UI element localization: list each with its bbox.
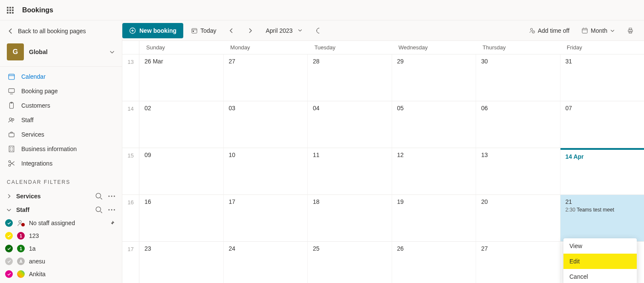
day-cell[interactable]: 03 [224,101,308,148]
add-time-off-button[interactable]: Add time off [524,23,574,38]
day-cell[interactable]: 29 [392,54,477,101]
today-button[interactable]: Today [187,23,220,38]
pin-icon[interactable] [109,220,115,226]
staff-item-123[interactable]: 1 123 [0,229,122,242]
nav-staff[interactable]: Staff [0,113,122,127]
day-cell[interactable]: 27 [224,54,308,101]
day-cell[interactable]: 27 [476,242,560,283]
day-head: Wednesday [392,41,476,54]
day-date: 18 [313,198,387,205]
back-link[interactable]: Back to all booking pages [0,25,122,37]
day-cell[interactable]: 25 [308,242,392,283]
staff-item-1a[interactable]: 1 1a [0,242,122,255]
nav-integrations[interactable]: Integrations [0,156,122,171]
context-menu-view[interactable]: View [563,238,637,254]
nav-booking-page[interactable]: Booking page [0,84,122,98]
top-bar: Bookings [0,0,644,20]
filter-services[interactable]: Services [0,189,122,203]
more-icon[interactable] [107,206,116,214]
day-date: 02 [144,105,218,111]
nav-business-info[interactable]: Business information [0,142,122,156]
scissors-icon [8,160,15,167]
calendar-event[interactable]: 2:30 Teams test meet [566,207,639,213]
toolbar: New booking Today April 2023 Ad [122,20,644,41]
svg-point-9 [9,164,11,166]
day-cell[interactable]: 23 [139,242,224,283]
next-button[interactable] [243,23,258,38]
print-button[interactable] [623,23,638,38]
waffle-icon[interactable] [7,7,14,14]
svg-point-23 [530,28,532,30]
staff-item-no-staff[interactable]: No staff assigned [0,217,122,229]
status-dot [5,232,13,240]
day-date: 23 [144,245,218,252]
nav-label: Calendar [21,73,46,80]
day-cell[interactable]: 18 [308,195,392,241]
staff-name: Ankita [29,271,46,277]
briefcase-icon [8,131,15,138]
add-time-off-label: Add time off [538,27,569,34]
new-booking-button[interactable]: New booking [122,23,183,38]
day-cell[interactable]: 30 [476,54,560,101]
day-cell[interactable]: 17 [224,195,308,241]
day-head: Thursday [476,41,560,54]
nav-services[interactable]: Services [0,127,122,142]
prev-button[interactable] [224,23,239,38]
nav-customers[interactable]: Customers [0,98,122,113]
day-cell[interactable]: 09 [139,148,224,194]
person-off-icon [528,27,535,34]
day-cell[interactable]: 28 [308,54,392,101]
day-cell[interactable]: 02 [139,101,224,148]
view-picker[interactable]: Month [577,23,619,38]
staff-item-anesu[interactable]: A anesu [0,255,122,268]
context-menu-cancel[interactable]: Cancel [563,269,637,283]
week-row: 15091011121314 Apr [122,148,644,195]
day-date: 21 [566,198,639,205]
staff-item-ankita[interactable]: Ankita [0,268,122,280]
month-label-text: April 2023 [266,27,292,34]
nav-label: Booking page [21,88,58,94]
day-cell[interactable]: 12 [392,148,477,194]
week-row: 161617181920212:30 Teams test meet [122,195,644,242]
day-cell[interactable]: 19 [392,195,477,241]
day-cell[interactable]: 10 [224,148,308,194]
nav-label: Customers [21,102,50,109]
nav-label: Integrations [21,160,52,167]
filter-staff[interactable]: Staff [0,203,122,217]
filters-heading: CALENDAR FILTERS [0,171,122,189]
day-cell[interactable]: 13 [476,148,560,194]
day-date: 20 [481,198,555,205]
day-cell[interactable]: 06 [476,101,560,148]
day-cell[interactable]: 212:30 Teams test meet [560,195,644,241]
night-toggle[interactable] [310,23,326,38]
day-cell[interactable]: 14 Apr [560,148,644,194]
day-date: 13 [481,152,555,158]
day-cell[interactable]: 31 [560,54,644,101]
nav-calendar[interactable]: Calendar [0,69,122,84]
day-cell[interactable]: 20 [476,195,560,241]
day-cell[interactable]: 04 [308,101,392,148]
day-date: 06 [481,105,555,111]
day-cell[interactable]: 05 [392,101,477,148]
day-date: 05 [397,105,471,111]
day-cell[interactable]: 26 [392,242,477,283]
month-picker[interactable]: April 2023 [261,27,307,34]
search-icon[interactable] [95,192,103,200]
context-menu-edit[interactable]: Edit [563,254,637,269]
day-cell[interactable]: 11 [308,148,392,194]
day-cell[interactable]: 07 [560,101,644,148]
day-cell[interactable]: 24 [224,242,308,283]
week-number: 17 [122,242,139,283]
day-date: 26 Mar [144,58,218,65]
svg-point-5 [12,119,14,121]
more-icon[interactable] [107,192,116,200]
svg-point-13 [114,196,115,197]
day-cell[interactable]: 16 [139,195,224,241]
search-icon[interactable] [95,206,103,214]
day-cell[interactable]: 26 Mar [139,54,224,101]
workspace-selector[interactable]: G Global [0,37,122,67]
staff-avatar [17,270,25,278]
chevron-right-icon [6,193,12,199]
svg-point-12 [111,196,113,197]
week-number: 15 [122,148,139,194]
